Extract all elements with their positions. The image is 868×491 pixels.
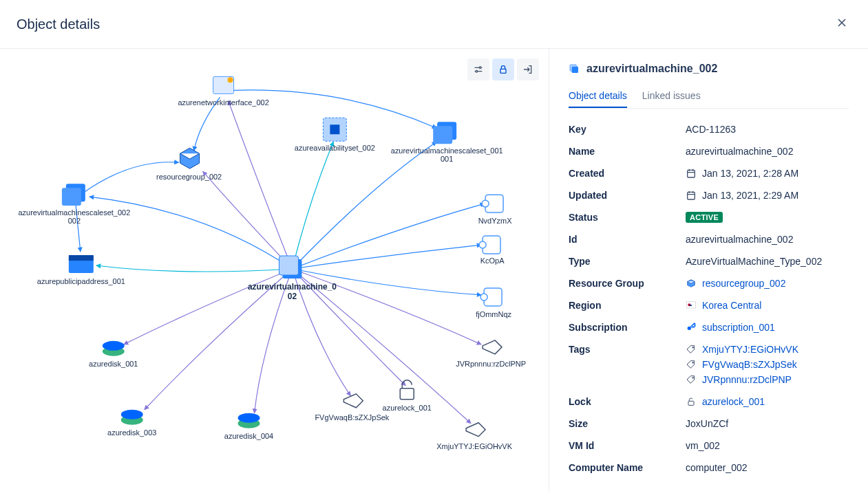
svg-text:002: 002 (68, 217, 81, 225)
node-center[interactable]: azurevirtualmachine_0 02 (248, 256, 337, 301)
tag-icon (686, 359, 697, 370)
node-label: azurevirtualmachinescaleset_002 (18, 208, 130, 217)
attr-type: Type AzureVirtualMachine_Type_002 (569, 250, 849, 272)
attr-updated-value: Jan 13, 2021, 2:29 AM (702, 190, 798, 201)
node-label: fjOmmNqz (476, 310, 511, 318)
attr-region: Region Korea Central (569, 294, 849, 316)
node-tag-fvg[interactable]: FVgVwaqB:sZXJpSek (315, 394, 389, 422)
attr-lock-link[interactable]: azurelock_001 (702, 396, 765, 407)
svg-rect-2 (500, 69, 506, 73)
object-title: azurevirtualmachine_002 (586, 63, 717, 75)
attr-name: Name azurevirtualmachine_002 (569, 140, 849, 162)
key-icon (686, 322, 697, 333)
tag-link-3[interactable]: JVRpnnnu:rzDclPNP (702, 374, 792, 385)
node-label: FVgVwaqB:sZXJpSek (315, 413, 389, 422)
svg-rect-9 (330, 124, 339, 134)
svg-point-7 (228, 77, 233, 83)
node-resourcegroup[interactable]: resourcegroup_002 (156, 148, 222, 181)
node-disk1[interactable]: azuredisk_001 (89, 341, 138, 368)
node-lock[interactable]: azurelock_001 (383, 380, 432, 412)
object-header: azurevirtualmachine_002 (569, 63, 849, 75)
calendar-icon (686, 190, 697, 201)
attr-key-value: ACD-11263 (686, 124, 736, 135)
tab-linked-issues[interactable]: Linked issues (642, 85, 701, 108)
tag-link-2[interactable]: FVgVwaqB:sZXJpSek (702, 359, 797, 370)
svg-rect-33 (688, 170, 695, 177)
close-icon (835, 17, 849, 32)
vm-icon (569, 63, 580, 74)
attr-key: Key ACD-11263 (569, 118, 849, 140)
svg-rect-11 (433, 126, 452, 144)
node-label: azurenetworkinterface_002 (178, 98, 268, 107)
node-availabilityset[interactable]: azureavailabilityset_002 (295, 118, 375, 152)
node-label: azuredisk_003 (107, 428, 156, 437)
svg-point-38 (692, 347, 694, 349)
attr-size: Size JoxUnZCf (569, 413, 849, 435)
node-label: azureavailabilityset_002 (295, 144, 375, 152)
svg-rect-4 (279, 256, 298, 275)
svg-rect-17 (69, 255, 94, 261)
svg-point-26 (482, 200, 489, 207)
status-badge: ACTIVE (686, 212, 723, 223)
node-disk4[interactable]: azuredisk_004 (224, 413, 273, 440)
node-tag-xmj[interactable]: XmjuYTYJ:EGiOHvVK (436, 423, 512, 450)
node-disk3[interactable]: azuredisk_003 (107, 410, 156, 437)
node-vmss1[interactable]: azurevirtualmachinescaleset_001 001 (391, 122, 503, 163)
graph-lock-button[interactable] (492, 58, 514, 80)
node-label: azuredisk_004 (224, 432, 273, 440)
tabs: Object details Linked issues (569, 85, 849, 109)
attr-name-value: azurevirtualmachine_002 (686, 146, 793, 157)
attr-created: Created Jan 13, 2021, 2:28 AM (569, 162, 849, 184)
svg-point-28 (479, 241, 486, 248)
attr-resourcegroup: Resource Group resourcegroup_002 (569, 272, 849, 294)
attr-size-value: JoxUnZCf (686, 418, 728, 429)
unlock-icon (686, 396, 697, 407)
flag-icon (686, 300, 697, 311)
svg-text:001: 001 (441, 155, 453, 163)
node-label: azurevirtualmachinescaleset_001 (391, 146, 503, 155)
svg-rect-41 (688, 401, 694, 405)
attr-vmid: VM Id vm_002 (569, 435, 849, 457)
attr-sub-link[interactable]: subscription_001 (702, 322, 775, 333)
attr-region-link[interactable]: Korea Central (702, 300, 761, 311)
svg-point-19 (103, 341, 125, 351)
attr-computer-name: Computer Name computer_002 (569, 457, 849, 479)
attr-status: Status ACTIVE (569, 206, 849, 228)
node-label: XmjuYTYJ:EGiOHvVK (436, 442, 512, 450)
attr-created-value: Jan 13, 2021, 2:28 AM (702, 168, 798, 179)
graph-pane: azurevirtualmachine_0 02 azurenetworkint… (0, 49, 549, 491)
tag-link-1[interactable]: XmjuYTYJ:EGiOHvVK (702, 344, 798, 355)
svg-rect-35 (686, 302, 695, 308)
attr-subscription: Subscription subscription_001 (569, 316, 849, 338)
tag-icon (686, 374, 697, 385)
attr-id-value: azurevirtualmachine_002 (686, 234, 793, 245)
attr-rg-link[interactable]: resourcegroup_002 (702, 278, 785, 289)
svg-point-40 (692, 378, 694, 379)
node-label: KcOpA (480, 257, 505, 265)
svg-text:02: 02 (288, 292, 297, 301)
graph-exit-button[interactable] (517, 58, 539, 80)
node-label: azurepublicipaddress_001 (37, 277, 125, 285)
tab-object-details[interactable]: Object details (569, 85, 627, 108)
svg-point-21 (121, 410, 143, 419)
node-kco[interactable]: KcOpA (479, 236, 505, 265)
node-fjo[interactable]: fjOmmNqz (476, 288, 511, 318)
attr-id: Id azurevirtualmachine_002 (569, 228, 849, 250)
graph-settings-button[interactable] (467, 58, 489, 80)
relationship-graph[interactable]: azurevirtualmachine_0 02 azurenetworkint… (0, 49, 549, 491)
node-nvd[interactable]: NvdYzmX (478, 195, 512, 225)
svg-point-30 (480, 294, 487, 301)
node-publicip[interactable]: azurepublicipaddress_001 (37, 255, 125, 285)
node-networkinterface[interactable]: azurenetworkinterface_002 (178, 76, 268, 107)
attr-updated: Updated Jan 13, 2021, 2:29 AM (569, 184, 849, 206)
node-label: azuredisk_001 (89, 360, 138, 368)
attr-cn-value: computer_002 (686, 462, 748, 473)
node-vmss2[interactable]: azurevirtualmachinescaleset_002 002 (18, 184, 130, 225)
svg-point-23 (238, 413, 260, 423)
attr-vmid-value: vm_002 (686, 440, 720, 451)
attr-tags: Tags XmjuYTYJ:EGiOHvVK FVgVwaqB:sZXJpSek… (569, 338, 849, 391)
node-tag-jvr[interactable]: JVRpnnnu:rzDclPNP (456, 340, 526, 368)
close-button[interactable] (832, 13, 851, 36)
svg-point-0 (479, 67, 481, 69)
modal-header: Object details (0, 0, 868, 48)
